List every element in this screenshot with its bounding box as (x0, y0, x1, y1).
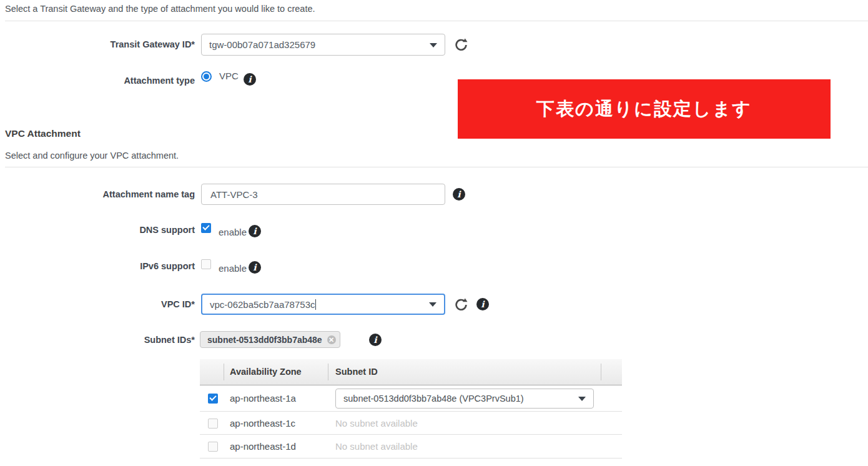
info-icon[interactable]: i (244, 73, 256, 86)
dns-support-option-label: enable (219, 227, 247, 237)
vpc-id-value: vpc-062ba5cb7aa78753c (210, 299, 315, 310)
row-checkbox[interactable] (208, 419, 218, 429)
availability-zone-cell: ap-northeast-1d (230, 441, 296, 452)
attachment-type-option-label: VPC (219, 71, 239, 81)
row-checkbox[interactable] (208, 394, 218, 404)
refresh-icon[interactable] (454, 37, 468, 52)
transit-gateway-id-value: tgw-00b07a071ad325679 (209, 39, 315, 50)
info-icon[interactable]: i (476, 298, 489, 310)
table-row: ap-northeast-1c No subnet available (200, 412, 622, 435)
table-row: ap-northeast-1d No subnet available (200, 435, 622, 459)
subnet-ids-label: Subnet IDs* (0, 335, 195, 345)
info-icon[interactable]: i (249, 225, 261, 237)
section-divider (5, 167, 868, 167)
attachment-name-tag-input[interactable]: ATT-VPC-3 (201, 184, 445, 205)
dns-support-checkbox[interactable] (201, 223, 211, 233)
chevron-down-icon (578, 397, 586, 401)
column-separator (224, 364, 224, 380)
vpc-attachment-heading: VPC Attachment (5, 128, 81, 139)
transit-gateway-id-label: Transit Gateway ID* (0, 39, 195, 49)
vpc-id-label: VPC ID* (0, 299, 195, 309)
section-divider (5, 21, 868, 21)
availability-zone-cell: ap-northeast-1a (230, 393, 296, 404)
transit-gateway-id-select[interactable]: tgw-00b07a071ad325679 (201, 34, 445, 56)
attachment-type-label: Attachment type (0, 76, 195, 86)
info-icon[interactable]: i (249, 261, 261, 274)
attachment-name-tag-value: ATT-VPC-3 (210, 189, 258, 200)
subnet-table: Availability Zone Subnet ID ap-northeast… (200, 359, 622, 459)
subnet-tag-value: subnet-0513dd0f3bb7ab48e (207, 335, 322, 345)
chevron-down-icon (429, 302, 436, 307)
info-icon[interactable]: i (369, 334, 382, 346)
column-separator (328, 364, 328, 380)
ipv6-support-checkbox[interactable] (201, 259, 211, 269)
subnet-select[interactable]: subnet-0513dd0f3bb7ab48e (VPC3PrvSub1) (335, 389, 594, 409)
notice-banner: 下表の通りに設定します (458, 79, 831, 139)
refresh-icon[interactable] (454, 297, 468, 312)
create-tgw-attachment-form: Select a Transit Gateway and the type of… (0, 0, 868, 466)
attachment-name-tag-label: Attachment name tag (0, 189, 195, 199)
subnet-cell: No subnet available (335, 441, 418, 452)
chevron-down-icon (430, 43, 437, 47)
attachment-type-radio-vpc[interactable] (201, 71, 212, 82)
row-checkbox[interactable] (208, 442, 218, 452)
ipv6-support-label: IPv6 support (0, 261, 195, 271)
text-cursor (315, 299, 316, 310)
intro-text: Select a Transit Gateway and the type of… (5, 4, 315, 14)
table-row: ap-northeast-1a subnet-0513dd0f3bb7ab48e… (200, 385, 622, 412)
ipv6-support-option-label: enable (219, 263, 247, 274)
column-header-subnet-id: Subnet ID (335, 367, 378, 377)
notice-banner-text: 下表の通りに設定します (536, 97, 752, 122)
subnet-select-value: subnet-0513dd0f3bb7ab48e (VPC3PrvSub1) (343, 394, 524, 404)
dns-support-label: DNS support (0, 225, 195, 235)
subnet-cell: No subnet available (335, 418, 418, 429)
vpc-attachment-description: Select and configure your VPC attachment… (5, 151, 179, 161)
availability-zone-cell: ap-northeast-1c (230, 418, 295, 429)
subnet-tag: subnet-0513dd0f3bb7ab48e ✕ (200, 331, 340, 348)
column-separator (601, 364, 601, 380)
column-header-availability-zone: Availability Zone (230, 367, 302, 377)
info-icon[interactable]: i (453, 188, 465, 201)
subnet-table-header: Availability Zone Subnet ID (200, 359, 622, 385)
remove-tag-icon[interactable]: ✕ (327, 335, 336, 344)
vpc-id-select[interactable]: vpc-062ba5cb7aa78753c (201, 294, 445, 315)
